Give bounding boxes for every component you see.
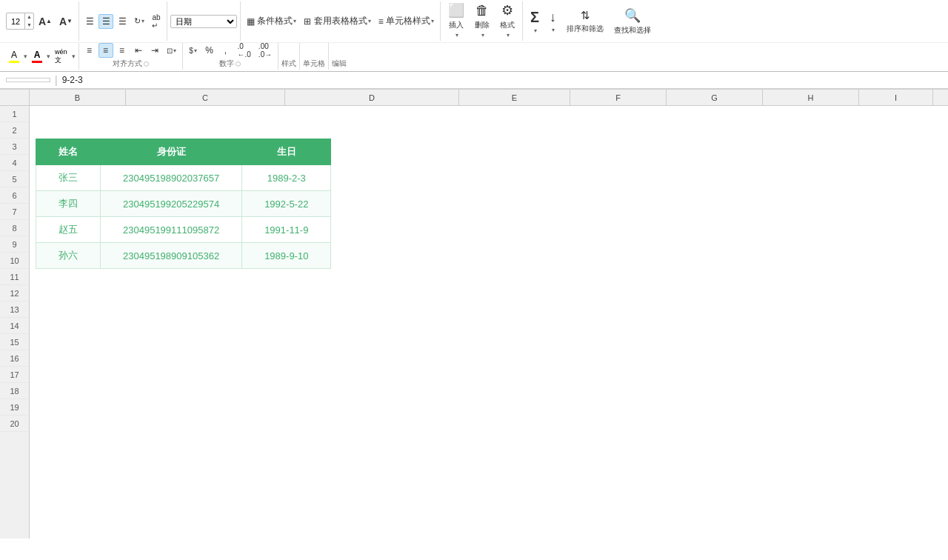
col-header-I[interactable]: I — [859, 90, 933, 105]
shrink-font-button[interactable]: A▼ — [56, 14, 76, 29]
highlight-dropdown[interactable]: ▾ — [24, 53, 27, 60]
editing-label: 编辑 — [332, 58, 347, 70]
grow-font-button[interactable]: A▲ — [36, 14, 55, 29]
accounting-format-button[interactable]: $▾ — [186, 43, 201, 58]
col-header-E[interactable]: E — [459, 90, 570, 105]
align-right-button[interactable]: ≡ — [115, 43, 130, 58]
column-headers: B C D E F G H I — [0, 90, 948, 106]
table-row: 赵五 230495199111095872 1991-11-9 — [36, 217, 331, 243]
wen-button[interactable]: wén文 — [52, 46, 70, 67]
font-size-down-arrow[interactable]: ▼ — [25, 21, 33, 30]
wen-dropdown[interactable]: ▾ — [72, 53, 76, 60]
table-format-button[interactable]: ⊞ 套用表格格式▾ — [301, 14, 373, 29]
autosum-button[interactable]: Σ ▾ — [526, 3, 544, 40]
row-num-17[interactable]: 17 — [0, 367, 29, 383]
cell-birthday-1[interactable]: 1989-2-3 — [242, 165, 331, 191]
row-num-18[interactable]: 18 — [0, 383, 29, 399]
row-num-6[interactable]: 6 — [0, 187, 29, 204]
align-top-button[interactable]: ☰ — [82, 14, 97, 29]
decrease-indent-button[interactable]: ⇤ — [131, 43, 146, 58]
col-header-H[interactable]: H — [763, 90, 859, 105]
cell-id-2[interactable]: 230495199205229574 — [101, 191, 242, 217]
dec-increase-button[interactable]: .0←.0 — [235, 43, 254, 58]
row-num-8[interactable]: 8 — [0, 220, 29, 236]
delete-button[interactable]: 🗑 删除▾ — [470, 1, 494, 41]
cell-id-3[interactable]: 230495199111095872 — [101, 217, 242, 243]
merge-center-button[interactable]: ⊡▾ — [164, 43, 179, 58]
cell-style-button[interactable]: ≡ 单元格样式▾ — [375, 14, 437, 29]
align-bottom-button[interactable]: ☰ — [115, 14, 130, 29]
row-num-14[interactable]: 14 — [0, 318, 29, 334]
number-format-select[interactable]: 日期 常规 数值 货币 文本 — [170, 15, 237, 28]
cell-name-1[interactable]: 张三 — [36, 165, 101, 191]
ribbon-cells-top: ⬜ 插入▾ 🗑 删除▾ ⚙ 格式▾ — [444, 1, 519, 41]
number-label: 数字 ⬡ — [186, 58, 276, 70]
row-num-9[interactable]: 9 — [0, 236, 29, 253]
cell-reference-box[interactable] — [6, 78, 50, 82]
row-num-7[interactable]: 7 — [0, 204, 29, 220]
row-num-15[interactable]: 15 — [0, 334, 29, 350]
font-size-control[interactable]: 12 ▲ ▼ — [6, 13, 34, 30]
row-num-16[interactable]: 16 — [0, 350, 29, 367]
formula-value: 9-2-3 — [62, 75, 83, 85]
cell-birthday-3[interactable]: 1991-11-9 — [242, 217, 331, 243]
cell-name-4[interactable]: 孙六 — [36, 243, 101, 269]
insert-button[interactable]: ⬜ 插入▾ — [444, 1, 469, 41]
ribbon-color-group: A ▾ A ▾ wén文 ▾ — [3, 43, 79, 70]
row-num-3[interactable]: 3 — [0, 139, 29, 155]
font-size-input[interactable]: 12 — [7, 16, 24, 27]
align-middle-button[interactable]: ☰ — [99, 14, 113, 29]
col-header-C[interactable]: C — [126, 90, 285, 105]
ribbon-color-controls: A ▾ A ▾ wén文 ▾ — [6, 43, 76, 70]
cell-name-3[interactable]: 赵五 — [36, 217, 101, 243]
data-table-container: 姓名 身份证 生日 张三 230495198902037657 1989-2-3… — [36, 139, 331, 269]
cell-id-1[interactable]: 230495198902037657 — [101, 165, 242, 191]
row-num-4[interactable]: 4 — [0, 155, 29, 171]
format-button[interactable]: ⚙ 格式▾ — [495, 1, 519, 41]
col-header-G[interactable]: G — [667, 90, 763, 105]
percent-button[interactable]: % — [202, 43, 217, 58]
row-num-2[interactable]: 2 — [0, 122, 29, 139]
col-header-name[interactable]: 姓名 — [36, 139, 101, 165]
sort-filter-button[interactable]: ⇅ 排序和筛选 — [562, 3, 608, 40]
col-header-F[interactable]: F — [570, 90, 667, 105]
cell-id-4[interactable]: 230495198909105362 — [101, 243, 242, 269]
cell-birthday-2[interactable]: 1992-5-22 — [242, 191, 331, 217]
find-select-button[interactable]: 🔍 查找和选择 — [610, 3, 655, 40]
ribbon: 12 ▲ ▼ A▲ A▼ ☰ ☰ ☰ ↻▾ ab↵ — [0, 0, 948, 72]
col-header-birthday[interactable]: 生日 — [242, 139, 331, 165]
wrap-text-button[interactable]: ab↵ — [149, 14, 164, 29]
orientation-button[interactable]: ↻▾ — [131, 14, 147, 29]
row-num-1[interactable]: 1 — [0, 106, 29, 122]
font-color-button[interactable]: A — [29, 47, 45, 65]
insert-label: 插入 — [449, 20, 464, 30]
row-num-20[interactable]: 20 — [0, 416, 29, 432]
font-color-dropdown[interactable]: ▾ — [47, 53, 50, 60]
increase-indent-button[interactable]: ⇥ — [147, 43, 162, 58]
comma-button[interactable]: , — [218, 43, 233, 58]
dec-decrease-button[interactable]: .00.0→ — [256, 43, 275, 58]
fill-button[interactable]: ↓ ▾ — [545, 3, 561, 40]
row-num-11[interactable]: 11 — [0, 269, 29, 285]
ribbon-alignment-row2: ≡ ≡ ≡ ⇤ ⇥ ⊡▾ 对齐方式 ⬡ — [79, 43, 183, 70]
table-header-row: 姓名 身份证 生日 — [36, 139, 331, 165]
row-num-13[interactable]: 13 — [0, 301, 29, 318]
row-num-12[interactable]: 12 — [0, 285, 29, 301]
conditional-format-button[interactable]: ▦ 条件格式▾ — [244, 14, 299, 29]
font-size-up-arrow[interactable]: ▲ — [25, 13, 33, 21]
row-num-19[interactable]: 19 — [0, 399, 29, 416]
col-header-id[interactable]: 身份证 — [101, 139, 242, 165]
col-header-B[interactable]: B — [30, 90, 126, 105]
number-expand-icon[interactable]: ⬡ — [236, 61, 241, 67]
align-left-button[interactable]: ≡ — [82, 43, 97, 58]
ribbon-row1: 12 ▲ ▼ A▲ A▼ ☰ ☰ ☰ ↻▾ ab↵ — [0, 0, 948, 42]
col-header-D[interactable]: D — [285, 90, 459, 105]
find-select-label: 查找和选择 — [614, 25, 651, 36]
alignment-expand-icon[interactable]: ⬡ — [144, 61, 149, 67]
row-num-5[interactable]: 5 — [0, 171, 29, 187]
cell-birthday-4[interactable]: 1989-9-10 — [242, 243, 331, 269]
align-center-button[interactable]: ≡ — [99, 43, 113, 58]
highlight-color-button[interactable]: A — [6, 47, 22, 65]
cell-name-2[interactable]: 李四 — [36, 191, 101, 217]
row-num-10[interactable]: 10 — [0, 253, 29, 269]
